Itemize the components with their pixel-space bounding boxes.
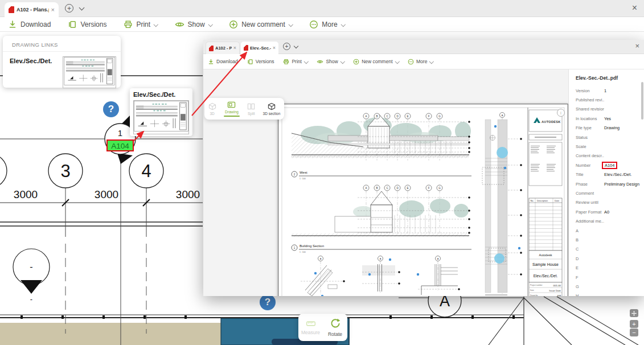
meta-value: Elev./Sec./Det. <box>604 172 631 177</box>
zoom-out-button[interactable]: − <box>630 328 638 336</box>
tab-a102-plans[interactable]: A102 - Plans.pd × <box>5 2 59 17</box>
show-button[interactable]: Show <box>175 20 212 29</box>
svg-text:1 : 100: 1 : 100 <box>300 178 306 180</box>
pan-button[interactable] <box>630 309 638 317</box>
print-chevron-icon <box>154 22 158 27</box>
overlay-more-button[interactable]: More <box>408 59 433 65</box>
print-button[interactable]: Print <box>124 20 157 29</box>
sheet-link-highlight[interactable] <box>497 147 508 158</box>
drawing-link-title[interactable]: Elev./Sec./Det. <box>10 57 52 64</box>
svg-text:A: A <box>320 257 322 260</box>
overlay-more-label: More <box>416 59 427 64</box>
zoom-in-button[interactable]: + <box>630 320 638 328</box>
measure-ruler-icon <box>303 320 318 327</box>
meta-value: 1 <box>604 88 606 93</box>
overlay-tab-plans[interactable]: A102 - Plans.pd × <box>206 42 240 54</box>
svg-text:Issue Date: Issue Date <box>549 289 561 292</box>
meta-row-b: B <box>576 235 644 244</box>
new-comment-button[interactable]: New comment <box>229 20 292 29</box>
overlay-new-comment-label: New comment <box>362 59 392 64</box>
svg-text:Building Section: Building Section <box>300 244 324 248</box>
versions-button[interactable]: Versions <box>68 20 106 29</box>
meta-row-e: E <box>576 263 644 272</box>
overlay-show-button[interactable]: Show <box>317 59 344 65</box>
overlay-tab-elev-sec-det[interactable]: Elev.-Sec.-Det.p × <box>241 42 278 54</box>
meta-value: Preliminary Design <box>604 182 639 187</box>
svg-text:Description: Description <box>537 200 548 202</box>
overlay-tab-bar: A102 - Plans.pd × Elev.-Sec.-Det.p × + × <box>203 40 644 54</box>
overlay-new-tab-button[interactable]: + <box>283 43 290 50</box>
grid-bubble-4-label: 4 <box>141 161 151 181</box>
more-chevron-icon <box>429 59 434 64</box>
overlay-new-comment-button[interactable]: New comment <box>353 59 399 65</box>
dimension-3000-3: 3000 <box>176 188 200 200</box>
cube-3d-section-icon <box>268 102 276 110</box>
tab-list-chevron-icon[interactable] <box>79 5 85 11</box>
overlay-print-button[interactable]: Print <box>283 59 307 65</box>
meta-row-comment: Comment <box>576 188 644 198</box>
overlay-download-button[interactable]: Download <box>208 59 238 65</box>
print-icon <box>283 59 289 65</box>
meta-label: Published revi... <box>576 97 604 102</box>
new-comment-chevron-icon <box>289 22 293 27</box>
overlay-tab-list-chevron-icon[interactable] <box>294 44 298 48</box>
tab-close-icon[interactable]: × <box>51 7 55 13</box>
overlay-toolbar: Download Versions Print Show <box>203 54 644 69</box>
question-link-icon-2[interactable]: ? <box>260 294 276 310</box>
meta-label: Version <box>576 88 604 93</box>
meta-label: In locations <box>576 116 604 121</box>
svg-text:F: F <box>428 115 430 118</box>
link-preview-card[interactable]: Elev./Sec./Det. <box>130 88 192 136</box>
mode-drawing-button[interactable]: Drawing <box>224 101 240 117</box>
meta-row-g: G <box>576 282 644 291</box>
meta-row-phase: PhasePreliminary Design <box>576 179 644 188</box>
more-chevron-icon <box>341 22 346 27</box>
metadata-scrollbar[interactable] <box>641 82 643 120</box>
meta-label: File type <box>576 125 604 130</box>
drawing-link-item[interactable]: Elev./Sec./Det. <box>3 52 121 88</box>
rotate-button[interactable]: Rotate <box>323 314 347 341</box>
pdf-icon <box>9 6 14 13</box>
sheet-thumbnail-graphic <box>134 101 188 132</box>
mode-split-button[interactable]: Split <box>247 102 255 116</box>
main-toolbar: Download Versions Print Show New comment <box>0 17 644 32</box>
svg-text:F: F <box>428 187 430 190</box>
download-button[interactable]: Download <box>8 20 51 29</box>
download-icon <box>8 20 17 29</box>
print-icon <box>124 20 133 29</box>
titleblock-project: Sample House <box>532 262 559 267</box>
overlay-versions-label: Versions <box>256 59 274 64</box>
download-label: Download <box>20 20 51 28</box>
link-preview-thumbnail[interactable] <box>133 100 189 134</box>
mode-3d-section-button[interactable]: 3D section <box>263 102 281 116</box>
overlay-versions-button[interactable]: Versions <box>247 59 274 65</box>
new-tab-button[interactable]: + <box>65 4 73 13</box>
measure-button-disabled[interactable]: Measure <box>298 314 323 341</box>
meta-row-version: Version1 <box>576 86 644 95</box>
drawing-links-header: DRAWING LINKS <box>3 36 121 52</box>
overlay-tab-elev-close-icon[interactable]: × <box>273 46 276 51</box>
svg-text:West: West <box>300 171 307 174</box>
mode-3d-button[interactable]: 3D <box>208 102 216 116</box>
a104-link-label[interactable]: A104 <box>111 142 129 150</box>
overlay-viewer-window: A102 - Plans.pd × Elev.-Sec.-Det.p × + ×… <box>203 40 644 296</box>
svg-text:Project number: Project number <box>530 284 543 286</box>
meta-label: Title <box>576 172 604 177</box>
question-link-icon[interactable]: ? <box>103 101 119 117</box>
overlay-close-icon[interactable]: × <box>635 42 639 50</box>
show-icon <box>317 59 323 65</box>
floor-region-tan <box>0 323 222 345</box>
svg-text:Date: Date <box>555 200 559 202</box>
close-viewer-icon[interactable]: × <box>632 3 637 13</box>
level-marker-value: - <box>30 262 32 272</box>
sheet-link-highlight-2[interactable] <box>494 253 504 264</box>
grid-bubble-partial <box>0 154 7 188</box>
meta-row-review-until: Review until <box>576 198 644 207</box>
drawing-link-thumbnail[interactable] <box>63 56 116 88</box>
overlay-print-label: Print <box>292 59 301 64</box>
meta-row-a: A <box>576 226 644 235</box>
svg-text:Drawn by: Drawn by <box>530 294 538 296</box>
overlay-show-label: Show <box>326 59 338 64</box>
more-button[interactable]: More <box>309 20 344 29</box>
overlay-tab-plans-close-icon[interactable]: × <box>233 46 236 51</box>
